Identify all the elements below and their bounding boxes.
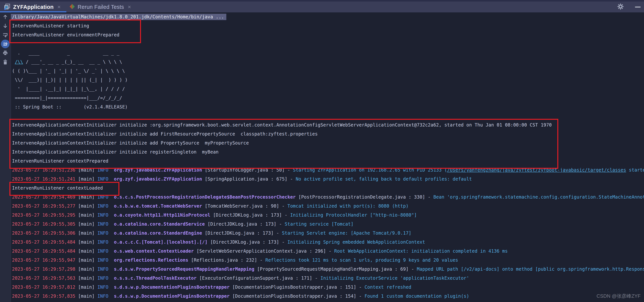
console-line-log: 2023-05-27 16:29:57,563 [main] INFO o.s.…: [11, 274, 644, 283]
console-line-banner: \\/ ___)| |_)| | | | | || (_| | ) ) ) ): [11, 75, 644, 84]
tab-zyfapplication[interactable]: ZYFApplication ×: [0, 1, 66, 12]
soft-wrap-button[interactable]: [0, 30, 10, 39]
console-line-blank: [11, 39, 644, 48]
minimize-icon[interactable]: [635, 6, 640, 7]
console-line-log: 2023-05-27 16:29:57,835 [main] INFO s.d.…: [11, 292, 644, 301]
tab-label: Rerun Failed Tests: [78, 4, 124, 10]
console-output: /Library/Java/JavaVirtualMachines/jdk1.8…: [11, 12, 644, 302]
console-line-banner: /\\ / ___'_ __ _ _(_)_ __ __ _ \ \ \ \: [11, 57, 644, 66]
console-line-log: 2023-05-27 16:29:55,306 [main] INFO o.a.…: [11, 229, 644, 238]
console-line-log: 2023-05-27 16:29:55,277 [main] INFO o.s.…: [11, 202, 644, 211]
console-line-log: 2023-05-27 16:29:54,469 [main] INFO o.s.…: [11, 193, 644, 202]
console-line-banner: :: Spring Boot :: (v2.1.4.RELEASE): [11, 103, 644, 112]
console-line-plain: IntervenRunListener contextPrepared: [11, 156, 644, 165]
scroll-up-button[interactable]: [0, 12, 10, 21]
tabbar-right-actions: [617, 1, 640, 12]
console-line-log: 2023-05-27 16:29:55,305 [main] INFO o.a.…: [11, 220, 644, 229]
run-console-window: ZYFApplication × Rerun Failed Tests ×: [0, 0, 644, 302]
console-toolbar: [0, 12, 10, 302]
console-line-log: 2023-05-27 16:29:57,812 [main] INFO s.d.…: [11, 283, 644, 292]
console-line-banner: ' |____| .__|_| |_|_| |_\__, | / / / /: [11, 84, 644, 94]
scroll-to-end-button[interactable]: [0, 39, 10, 48]
file-path-link[interactable]: /Users/yanfengzhang/java/zyftest/zyfboot…: [447, 167, 626, 173]
tab-close-icon[interactable]: ×: [57, 4, 61, 10]
console-line-log: 2023-05-27 16:29:51,241 [main] INFO org.…: [11, 174, 644, 183]
console-line-plain: IntervenRunListener environmentPrepared: [11, 30, 644, 39]
console-line-banner: . ____ _ __ _ _: [11, 48, 644, 57]
console-line-plain: InterveneApplicationContextInitializer i…: [11, 139, 644, 148]
clear-all-button[interactable]: [0, 57, 10, 66]
rerun-failed-tests-icon: [69, 4, 75, 10]
console-line-log: 2023-05-27 16:29:55,484 [main] INFO o.s.…: [11, 247, 644, 256]
tab-label: ZYFApplication: [13, 4, 54, 10]
console-line-plain: InterveneApplicationContextInitializer i…: [11, 130, 644, 139]
tab-rerun-failed-tests[interactable]: Rerun Failed Tests ×: [66, 1, 136, 12]
console-line-plain: IntervenRunListener starting: [11, 21, 644, 30]
print-button[interactable]: [0, 48, 10, 57]
banner-link[interactable]: /\\: [15, 59, 23, 65]
console-line-log: 2023-05-27 16:29:55,947 [main] INFO org.…: [11, 256, 644, 265]
console-line-log: 2023-05-27 16:29:55,484 [main] INFO o.a.…: [11, 238, 644, 247]
console-line-plain: InterveneApplicationContextInitializer i…: [11, 121, 644, 130]
console-line-banner: ( ( )\___ | '_ | '_| | '_ \/ _` | \ \ \ …: [11, 66, 644, 75]
console-line-log: 2023-05-27 16:29:57,298 [main] INFO s.d.…: [11, 265, 644, 274]
console-line-command: /Library/Java/JavaVirtualMachines/jdk1.8…: [11, 12, 644, 21]
console-line-log: 2023-05-27 16:29:51,236 [main] INFO org.…: [11, 165, 644, 174]
console-line-blank: [11, 112, 644, 121]
window-top-strip: [0, 0, 644, 1]
run-console-icon: [4, 3, 10, 11]
console-line-banner: =========|_|==============|___/=/_/_/_/: [11, 94, 644, 103]
scroll-down-button[interactable]: [0, 21, 10, 30]
console-line-log: 2023-05-27 16:29:55,295 [main] INFO o.a.…: [11, 211, 644, 220]
console-line-plain: IntervenRunListener contextLoaded: [11, 183, 644, 193]
tab-close-icon[interactable]: ×: [128, 4, 131, 10]
settings-gear-icon[interactable]: [617, 3, 624, 11]
run-tab-bar: ZYFApplication × Rerun Failed Tests ×: [0, 1, 644, 12]
console-line-plain: InterveneApplicationContextInitializer i…: [11, 148, 644, 156]
watermark-text: CSDN @张彦峰ZYF: [597, 293, 640, 299]
